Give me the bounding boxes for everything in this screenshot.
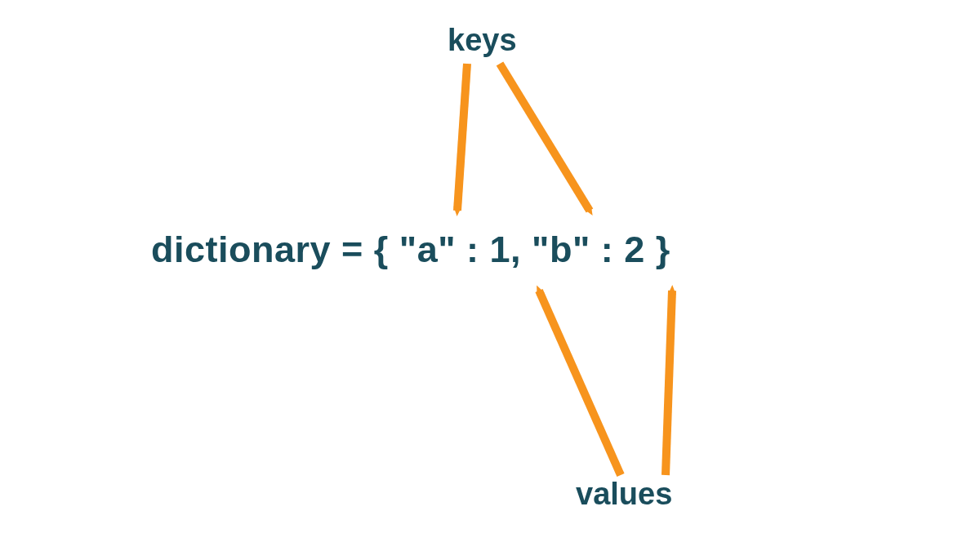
- keys-label: keys: [448, 23, 517, 58]
- dictionary-code-expression: dictionary = { "a" : 1, "b" : 2 }: [151, 229, 670, 271]
- arrow-values-to-1: [539, 291, 621, 475]
- values-label: values: [576, 477, 672, 512]
- arrow-values-to-2: [666, 291, 672, 475]
- annotation-arrows: [0, 0, 980, 551]
- arrow-keys-to-b: [500, 64, 590, 211]
- arrow-keys-to-a: [457, 64, 467, 211]
